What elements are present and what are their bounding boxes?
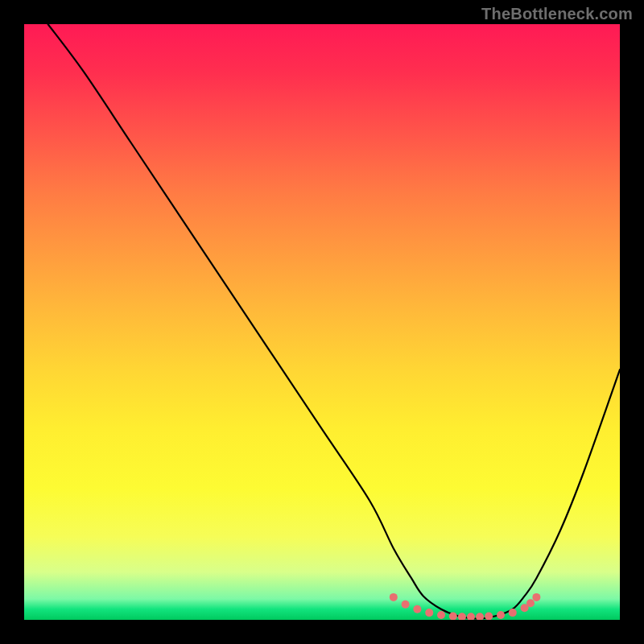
marker-dot <box>425 609 433 617</box>
marker-dot <box>402 601 410 609</box>
marker-dot <box>413 605 421 613</box>
marker-dot <box>390 593 398 601</box>
marker-dot <box>526 599 535 607</box>
marker-dot <box>476 613 484 620</box>
marker-dot <box>437 611 445 619</box>
marker-dot <box>467 613 475 620</box>
marker-dot <box>532 593 540 601</box>
marker-dot <box>509 609 517 617</box>
watermark-text: TheBottleneck.com <box>481 5 633 23</box>
marker-dot <box>458 613 466 620</box>
marker-dot <box>485 613 493 620</box>
chart-area <box>24 24 620 620</box>
low-band-dots <box>390 593 541 620</box>
marker-dot <box>449 613 457 620</box>
chart-markers-layer <box>24 24 620 620</box>
marker-dot <box>497 611 505 619</box>
